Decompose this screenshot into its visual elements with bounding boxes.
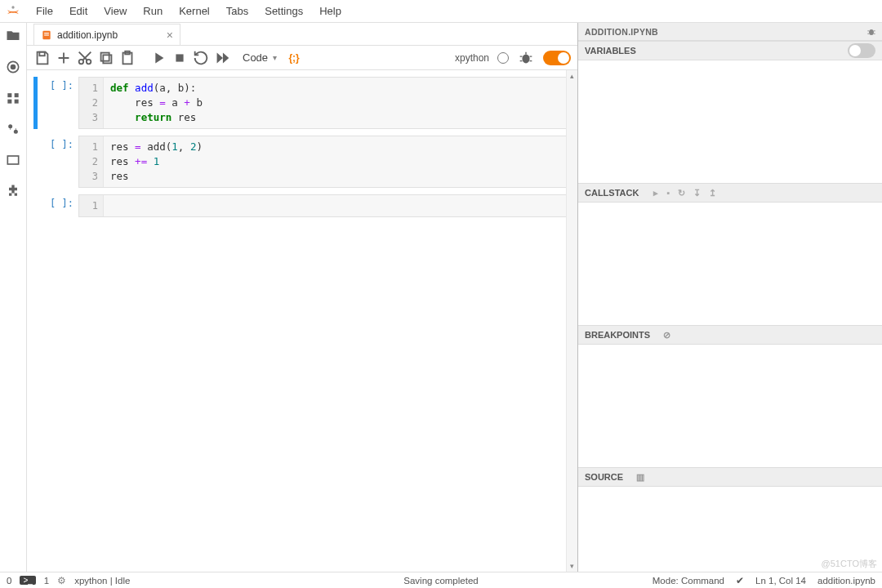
clear-breakpoints-icon[interactable]: ⊘ [663,330,670,341]
extension-icon[interactable] [5,183,21,199]
menu-edit[interactable]: Edit [61,2,96,20]
svg-rect-16 [103,55,111,63]
svg-rect-6 [15,100,19,104]
svg-point-8 [14,130,18,134]
scroll-down-icon[interactable]: ▾ [567,560,577,572]
svg-rect-17 [101,52,109,60]
svg-point-21 [522,54,529,63]
sb-settings-icon[interactable]: ⚙ [57,575,66,586]
chevron-down-icon: ▾ [273,53,277,62]
breakpoints-body [578,345,882,467]
cell-select-bar [33,77,38,129]
scroll-up-icon[interactable]: ▴ [567,70,577,82]
step-into-icon[interactable]: ↧ [693,188,701,198]
svg-rect-9 [7,156,18,164]
step-out-icon[interactable]: ↥ [709,188,716,198]
trusted-icon[interactable]: ✔ [736,575,744,586]
watermark: @51CTO博客 [822,558,877,570]
tab-addition[interactable]: addition.ipynb × [33,24,180,45]
tabs-icon[interactable] [5,152,21,168]
sb-message: Saving completed [403,576,478,586]
line-gutter: 1 [79,195,104,216]
terminal-icon[interactable]: >_ [20,576,35,585]
cell-select-bar [33,194,38,217]
menu-run[interactable]: Run [135,2,171,20]
debug-title: ADDITION.IPYNB [578,23,882,41]
bug-icon[interactable] [517,49,535,67]
svg-rect-3 [7,93,11,97]
running-icon[interactable] [5,59,21,75]
callstack-body [578,203,882,325]
code-cell[interactable]: [ ]:1 2 3res = add(1, 2) res += 1 res [33,136,569,188]
notebook-icon [41,29,52,41]
menu-help[interactable]: Help [311,2,350,20]
stop-icon[interactable] [171,49,189,67]
cells-area[interactable]: [ ]:1 2 3def add(a, b): res = a + b retu… [27,70,577,572]
sb-filename[interactable]: addition.ipynb [817,576,875,586]
svg-rect-5 [7,100,11,104]
paste-icon[interactable] [118,49,136,67]
debugger-brackets-icon[interactable]: {;} [285,49,303,67]
notebook-toolbar: Code ▾ {;} xpython [27,46,577,70]
code-block[interactable]: 1 2 3def add(a, b): res = a + b return r… [78,77,569,129]
sb-left-0[interactable]: 0 [7,576,11,586]
run-icon[interactable] [149,49,167,67]
code-block[interactable]: 1 2 3res = add(1, 2) res += 1 res [78,136,569,188]
cell-type-label: Code [243,51,268,64]
pause-icon[interactable]: ▪ [666,188,670,198]
variables-header[interactable]: VARIABLES [578,41,882,60]
cut-icon[interactable] [76,49,94,67]
svg-rect-4 [15,93,19,97]
svg-rect-20 [176,54,183,61]
cell-select-bar [33,136,38,188]
jupyter-logo-icon [5,3,21,20]
sb-position: Ln 1, Col 14 [755,576,806,586]
menu-view[interactable]: View [96,2,135,20]
variables-toggle[interactable] [848,43,875,58]
run-all-icon[interactable] [213,49,231,67]
sb-left-1[interactable]: 1 [44,576,49,586]
save-icon[interactable] [33,49,51,67]
activity-bar [0,23,27,572]
source-header[interactable]: SOURCE ▥ [578,467,882,487]
bug-corner-icon[interactable] [866,26,877,40]
svg-rect-12 [44,34,49,35]
copy-icon[interactable] [97,49,115,67]
sb-kernel[interactable]: xpython | Idle [74,576,130,586]
commands-icon[interactable] [5,90,21,106]
callstack-header[interactable]: CALLSTACK ▸ ▪ ↻ ↧ ↥ [578,183,882,203]
restart-icon[interactable] [192,49,210,67]
menu-kernel[interactable]: Kernel [171,2,218,20]
code-block[interactable]: 1 [78,194,569,217]
add-cell-icon[interactable] [55,49,73,67]
code-editor[interactable]: res = add(1, 2) res += 1 res [104,136,568,187]
cell-prompt: [ ]: [42,136,78,188]
close-icon[interactable]: × [167,29,173,41]
breakpoints-header[interactable]: BREAKPOINTS ⊘ [578,325,882,345]
cell-type-select[interactable]: Code ▾ [238,50,282,65]
line-gutter: 1 2 3 [79,136,104,187]
code-editor[interactable]: def add(a, b): res = a + b return res [104,78,568,128]
source-open-icon[interactable]: ▥ [636,472,644,483]
menu-tabs[interactable]: Tabs [218,2,256,20]
kernel-name[interactable]: xpython [455,52,489,64]
debug-toggle[interactable] [543,51,571,65]
menubar: FileEditViewRunKernelTabsSettingsHelp [0,0,882,23]
cell-prompt: [ ]: [42,194,78,217]
settings-icon[interactable] [5,121,21,137]
sb-mode: Mode: Command [653,576,724,586]
kernel-status-icon[interactable] [497,52,509,64]
folder-icon[interactable] [5,28,21,44]
tab-label: addition.ipynb [57,29,118,41]
scrollbar[interactable]: ▴ ▾ [566,70,577,572]
menu-file[interactable]: File [28,2,61,20]
code-editor[interactable] [104,195,568,216]
menu-settings[interactable]: Settings [256,2,311,20]
tab-bar: addition.ipynb × [27,23,577,46]
svg-point-22 [869,29,874,35]
continue-icon[interactable]: ▸ [653,188,658,198]
code-cell[interactable]: [ ]:1 2 3def add(a, b): res = a + b retu… [33,77,569,129]
svg-rect-13 [39,51,44,56]
step-over-icon[interactable]: ↻ [678,188,685,198]
code-cell[interactable]: [ ]:1 [33,194,569,217]
